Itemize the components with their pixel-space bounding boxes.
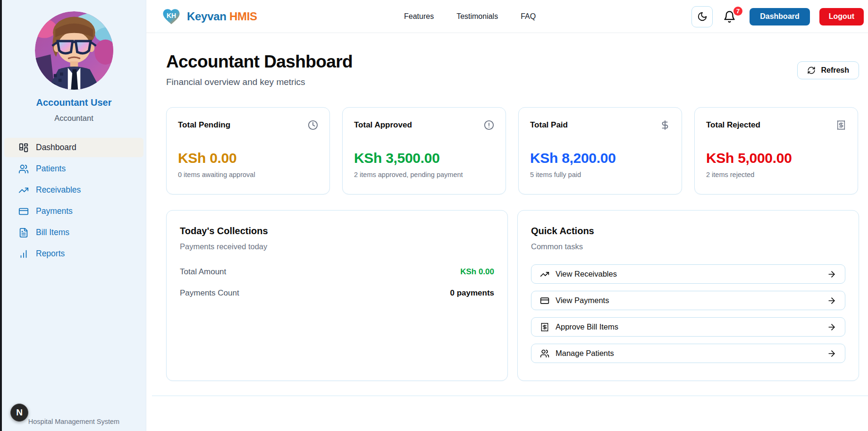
users-icon xyxy=(18,164,29,174)
avatar-illustration xyxy=(35,11,113,90)
moon-icon xyxy=(697,11,708,22)
quick-actions-subtitle: Common tasks xyxy=(531,242,845,251)
page-header: Accountant Dashboard Financial overview … xyxy=(146,33,868,87)
action-label: View Payments xyxy=(556,296,609,305)
user-role: Accountant xyxy=(54,114,93,123)
receipt-icon xyxy=(836,120,846,130)
sidebar-item-label: Payments xyxy=(36,206,73,216)
brand-heart-logo-icon: KH xyxy=(160,7,182,26)
stat-card-caption: 2 items rejected xyxy=(706,171,846,178)
action-label: Approve Bill Items xyxy=(556,322,618,331)
top-navbar: KH Keyvan HMIS Features Testimonials FAQ… xyxy=(146,0,868,33)
sidebar-item-label: Receivables xyxy=(36,185,81,195)
sidebar-item-patients[interactable]: Patients xyxy=(4,159,143,178)
logout-button[interactable]: Logout xyxy=(819,8,864,25)
todays-collections-card: Today's Collections Payments received to… xyxy=(166,210,508,381)
row-value: 0 payments xyxy=(450,288,494,298)
brand[interactable]: KH Keyvan HMIS xyxy=(160,0,257,33)
quick-actions-title: Quick Actions xyxy=(531,226,845,237)
collections-title: Today's Collections xyxy=(180,226,494,237)
row-label: Payments Count xyxy=(180,288,239,298)
topnav-controls: 7 Dashboard Logout xyxy=(691,0,864,33)
panels-row: Today's Collections Payments received to… xyxy=(166,210,859,381)
notification-count-badge: 7 xyxy=(733,6,743,17)
arrow-right-icon xyxy=(827,322,836,332)
action-approve-bill-items[interactable]: Approve Bill Items xyxy=(531,317,845,337)
layout-dashboard-icon xyxy=(18,143,29,153)
row-label: Total Amount xyxy=(180,267,226,277)
stat-card-total-approved: Total Approved KSh 3,500.00 2 items appr… xyxy=(342,107,506,194)
page-subtitle: Financial overview and key metrics xyxy=(166,77,859,87)
stat-card-caption: 0 items awaiting approval xyxy=(178,171,318,178)
stat-card-title: Total Rejected xyxy=(706,120,760,130)
refresh-button-label: Refresh xyxy=(821,66,849,75)
nav-link-testimonials[interactable]: Testimonials xyxy=(456,12,498,21)
sidebar-item-reports[interactable]: Reports xyxy=(4,244,143,263)
arrow-right-icon xyxy=(827,349,836,358)
stat-card-caption: 2 items approved, pending payment xyxy=(354,171,494,178)
stat-card-total-paid: Total Paid KSh 8,200.00 5 items fully pa… xyxy=(518,107,682,194)
refresh-icon xyxy=(807,66,816,75)
collections-row-payments-count: Payments Count 0 payments xyxy=(180,288,494,298)
refresh-button[interactable]: Refresh xyxy=(797,61,859,79)
action-view-receivables[interactable]: View Receivables xyxy=(531,264,845,284)
sidebar-footer-text: Hospital Management System xyxy=(2,418,146,425)
nav-link-faq[interactable]: FAQ xyxy=(521,12,536,21)
page-title: Accountant Dashboard xyxy=(166,52,859,72)
stat-card-total-pending: Total Pending KSh 0.00 0 items awaiting … xyxy=(166,107,330,194)
sidebar: Accountant User Accountant Dashboard Pat… xyxy=(2,0,146,431)
action-label: View Receivables xyxy=(556,270,617,279)
arrow-right-icon xyxy=(827,296,836,305)
quick-actions-card: Quick Actions Common tasks View Receivab… xyxy=(517,210,859,381)
user-name: Accountant User xyxy=(36,97,111,108)
svg-text:KH: KH xyxy=(167,12,176,19)
sidebar-item-receivables[interactable]: Receivables xyxy=(4,180,143,200)
users-icon xyxy=(540,349,549,358)
stat-card-amount: KSh 0.00 xyxy=(178,150,318,166)
notifications-button[interactable]: 7 xyxy=(723,10,737,23)
stat-card-title: Total Paid xyxy=(530,120,568,130)
sidebar-item-label: Bill Items xyxy=(36,228,69,237)
action-view-payments[interactable]: View Payments xyxy=(531,291,845,310)
stat-cards-row: Total Pending KSh 0.00 0 items awaiting … xyxy=(166,107,858,194)
action-manage-patients[interactable]: Manage Patients xyxy=(531,344,845,363)
credit-card-icon xyxy=(540,296,549,305)
trending-up-icon xyxy=(540,270,549,279)
avatar xyxy=(35,11,113,90)
dark-mode-toggle-button[interactable] xyxy=(691,6,713,27)
alert-circle-icon xyxy=(484,120,494,130)
receipt-icon xyxy=(540,322,549,332)
dollar-sign-icon xyxy=(660,120,670,130)
brand-name: Keyvan HMIS xyxy=(187,10,257,23)
stat-card-caption: 5 items fully paid xyxy=(530,171,670,178)
row-value: KSh 0.00 xyxy=(460,267,494,277)
sidebar-nav: Dashboard Patients Receivables Payments … xyxy=(2,137,146,264)
topnav-links: Features Testimonials FAQ xyxy=(404,0,536,33)
action-label: Manage Patients xyxy=(556,349,614,358)
collections-row-total-amount: Total Amount KSh 0.00 xyxy=(180,267,494,277)
stat-card-amount: KSh 3,500.00 xyxy=(354,150,494,166)
sidebar-item-payments[interactable]: Payments xyxy=(4,202,143,221)
stat-card-title: Total Approved xyxy=(354,120,412,130)
sidebar-item-bill-items[interactable]: Bill Items xyxy=(4,223,143,242)
sidebar-item-label: Patients xyxy=(36,164,66,174)
stat-card-title: Total Pending xyxy=(178,120,230,130)
main-content: Accountant Dashboard Financial overview … xyxy=(146,33,868,431)
dashboard-button[interactable]: Dashboard xyxy=(750,8,810,25)
bar-chart-icon xyxy=(18,249,29,259)
sidebar-item-label: Reports xyxy=(36,249,65,259)
nav-link-features[interactable]: Features xyxy=(404,12,434,21)
clock-icon xyxy=(308,120,318,130)
arrow-right-icon xyxy=(827,270,836,279)
file-text-icon xyxy=(18,228,29,238)
trending-up-icon xyxy=(18,185,29,195)
window-edge-strip xyxy=(0,0,2,431)
stat-card-amount: KSh 8,200.00 xyxy=(530,150,670,166)
credit-card-icon xyxy=(18,206,29,217)
sidebar-item-dashboard[interactable]: Dashboard xyxy=(4,138,143,157)
bottom-divider xyxy=(152,396,868,396)
stat-card-total-rejected: Total Rejected KSh 5,000.00 2 items reje… xyxy=(694,107,858,194)
collections-subtitle: Payments received today xyxy=(180,242,494,251)
sidebar-item-label: Dashboard xyxy=(36,143,76,152)
stat-card-amount: KSh 5,000.00 xyxy=(706,150,846,166)
